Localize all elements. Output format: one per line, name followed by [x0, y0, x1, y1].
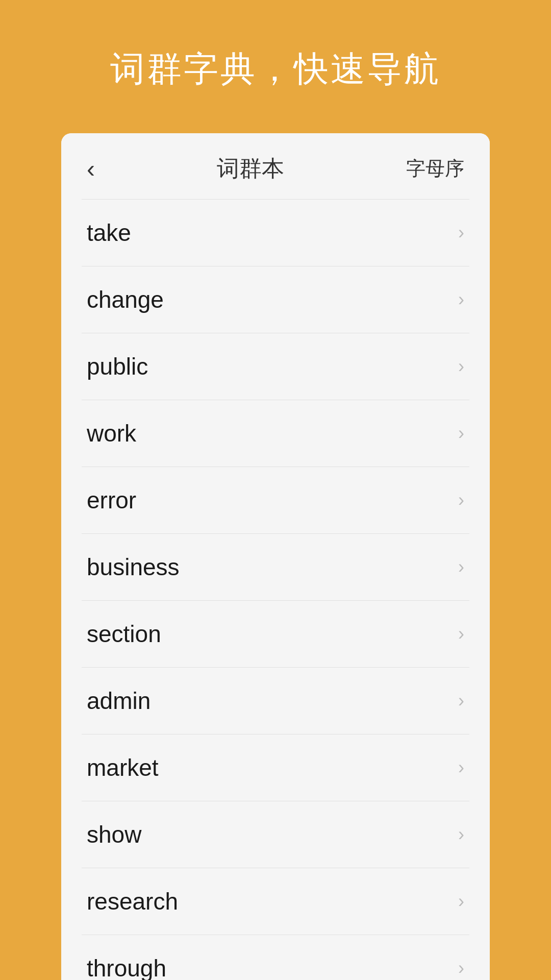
page-title: 词群字典，快速导航 [110, 46, 441, 92]
list-item[interactable]: admin› [61, 668, 490, 734]
chevron-right-icon: › [458, 357, 464, 376]
chevron-right-icon: › [458, 491, 464, 509]
word-list: take›change›public›work›error›business›s… [61, 200, 490, 980]
word-label: take [87, 219, 131, 247]
word-label: research [87, 888, 178, 915]
list-item[interactable]: business› [61, 534, 490, 600]
chevron-right-icon: › [458, 625, 464, 643]
word-label: market [87, 754, 159, 781]
word-label: admin [87, 687, 151, 715]
word-label: change [87, 286, 164, 313]
chevron-right-icon: › [458, 290, 464, 309]
list-item[interactable]: error› [61, 467, 490, 533]
chevron-right-icon: › [458, 424, 464, 443]
word-label: error [87, 486, 136, 514]
word-label: through [87, 954, 166, 980]
word-label: section [87, 620, 161, 648]
chevron-right-icon: › [458, 692, 464, 710]
list-item[interactable]: section› [61, 601, 490, 667]
chevron-right-icon: › [458, 224, 464, 242]
list-item[interactable]: public› [61, 333, 490, 400]
back-button[interactable]: ‹ [87, 157, 95, 181]
list-item[interactable]: through› [61, 935, 490, 980]
chevron-right-icon: › [458, 959, 464, 977]
chevron-right-icon: › [458, 825, 464, 844]
chevron-right-icon: › [458, 758, 464, 777]
chevron-right-icon: › [458, 892, 464, 911]
card-header: ‹ 词群本 字母序 [61, 133, 490, 199]
word-label: work [87, 420, 136, 447]
list-item[interactable]: research› [61, 868, 490, 935]
list-item[interactable]: market› [61, 734, 490, 801]
word-label: show [87, 821, 141, 848]
word-list-card: ‹ 词群本 字母序 take›change›public›work›error›… [61, 133, 490, 980]
list-item[interactable]: change› [61, 266, 490, 333]
list-item[interactable]: work› [61, 400, 490, 467]
header-title: 词群本 [217, 154, 284, 184]
list-item[interactable]: take› [61, 200, 490, 266]
word-label: business [87, 553, 180, 581]
word-label: public [87, 353, 148, 380]
sort-label[interactable]: 字母序 [406, 156, 464, 182]
chevron-right-icon: › [458, 558, 464, 576]
list-item[interactable]: show› [61, 801, 490, 868]
